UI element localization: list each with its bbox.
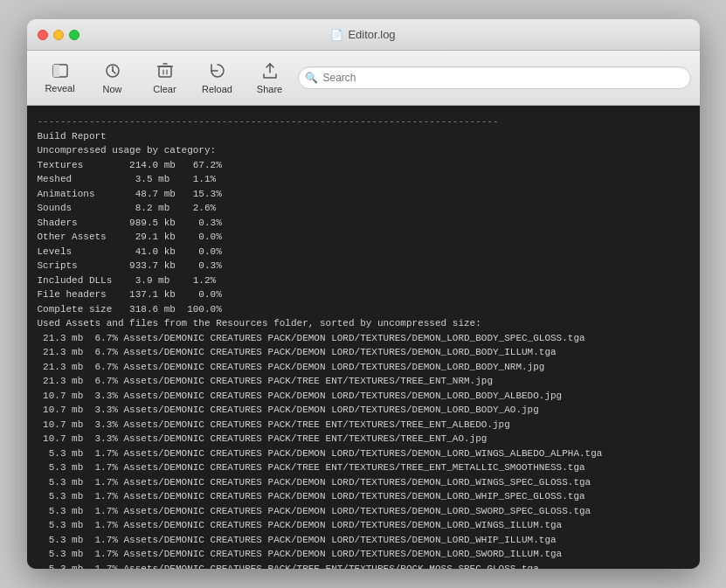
now-icon [104, 62, 121, 82]
toolbar: Reveal Now [27, 51, 700, 106]
log-container[interactable]: ----------------------------------------… [27, 106, 700, 569]
share-icon [262, 62, 278, 82]
log-line: Uncompressed usage by category: [38, 143, 689, 158]
window-title: 📄 Editor.log [330, 28, 395, 41]
close-button[interactable] [38, 30, 48, 40]
now-label: Now [102, 84, 121, 94]
reveal-icon [52, 63, 69, 81]
log-line: 10.7 mb 3.3% Assets/DEMONIC CREATURES PA… [38, 418, 689, 432]
clear-label: Clear [153, 84, 176, 94]
log-line: Complete size 318.6 mb 100.0% [38, 302, 689, 317]
log-line: File headers 137.1 kb 0.0% [38, 287, 689, 302]
log-content-area: ----------------------------------------… [27, 106, 700, 569]
clear-icon [156, 62, 174, 82]
log-line: Build Report [38, 129, 689, 144]
file-icon: 📄 [330, 29, 343, 41]
log-line: 5.3 mb 1.7% Assets/DEMONIC CREATURES PAC… [38, 533, 689, 548]
svg-rect-6 [159, 66, 171, 77]
clear-button[interactable]: Clear [141, 55, 190, 100]
search-input[interactable] [298, 66, 691, 89]
reload-icon [209, 62, 226, 82]
svg-rect-1 [53, 65, 59, 77]
log-line: 5.3 mb 1.7% Assets/DEMONIC CREATURES PAC… [38, 562, 689, 570]
log-line: 21.3 mb 6.7% Assets/DEMONIC CREATURES PA… [38, 360, 689, 375]
log-line: 5.3 mb 1.7% Assets/DEMONIC CREATURES PAC… [38, 460, 689, 475]
log-line: Meshed 3.5 mb 1.1% [38, 172, 689, 187]
svg-point-5 [112, 70, 114, 72]
log-line: Used Assets and files from the Resources… [38, 316, 689, 331]
minimize-button[interactable] [53, 30, 64, 40]
search-container: 🔍 [298, 66, 691, 89]
now-button[interactable]: Now [88, 55, 137, 100]
log-line: 5.3 mb 1.7% Assets/DEMONIC CREATURES PAC… [38, 547, 689, 562]
log-line: Animations 48.7 mb 15.3% [38, 187, 689, 202]
log-line: Sounds 8.2 mb 2.6% [38, 201, 689, 216]
log-line: 5.3 mb 1.7% Assets/DEMONIC CREATURES PAC… [38, 489, 689, 504]
log-line: 5.3 mb 1.7% Assets/DEMONIC CREATURES PAC… [38, 518, 689, 533]
log-line: 10.7 mb 3.3% Assets/DEMONIC CREATURES PA… [38, 432, 689, 446]
log-line: 21.3 mb 6.7% Assets/DEMONIC CREATURES PA… [38, 345, 689, 360]
titlebar: 📄 Editor.log [27, 19, 700, 51]
reload-button[interactable]: Reload [193, 55, 242, 100]
log-line: Levels 41.0 kb 0.0% [38, 245, 689, 259]
traffic-lights [38, 30, 80, 40]
log-line: Textures 214.0 mb 67.2% [38, 158, 689, 173]
log-line: 5.3 mb 1.7% Assets/DEMONIC CREATURES PAC… [38, 446, 689, 461]
reveal-button[interactable]: Reveal [36, 55, 85, 100]
reveal-label: Reveal [45, 83, 74, 93]
log-line: Included DLLs 3.9 mb 1.2% [38, 273, 689, 288]
log-line: 21.3 mb 6.7% Assets/DEMONIC CREATURES PA… [38, 331, 689, 346]
share-button[interactable]: Share [245, 55, 294, 100]
log-line: 10.7 mb 3.3% Assets/DEMONIC CREATURES PA… [38, 389, 689, 404]
reload-label: Reload [202, 84, 232, 94]
maximize-button[interactable] [69, 30, 80, 40]
share-label: Share [257, 84, 282, 94]
log-line: 5.3 mb 1.7% Assets/DEMONIC CREATURES PAC… [38, 475, 689, 490]
log-line: 21.3 mb 6.7% Assets/DEMONIC CREATURES PA… [38, 374, 689, 389]
main-window: 📄 Editor.log Reveal [27, 19, 700, 569]
window-title-text: Editor.log [348, 28, 395, 41]
log-line: ----------------------------------------… [38, 114, 689, 129]
log-line: Shaders 989.5 kb 0.3% [38, 216, 689, 231]
log-line: Other Assets 29.1 kb 0.0% [38, 230, 689, 245]
log-line: 10.7 mb 3.3% Assets/DEMONIC CREATURES PA… [38, 403, 689, 418]
log-line: Scripts 933.7 kb 0.3% [38, 259, 689, 273]
log-line: 5.3 mb 1.7% Assets/DEMONIC CREATURES PAC… [38, 504, 689, 519]
